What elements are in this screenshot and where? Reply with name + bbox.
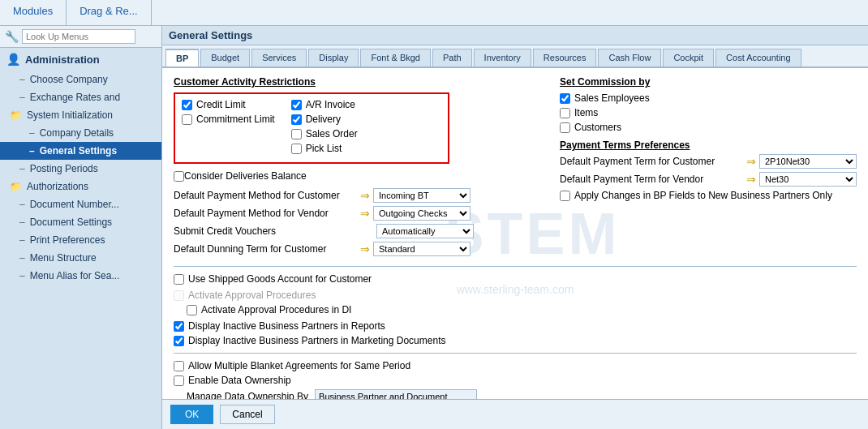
ar-invoice-checkbox[interactable] xyxy=(291,100,302,110)
approval-section: Activate Approval Procedures Activate Ap… xyxy=(174,290,857,315)
sidebar-item-menu-structure[interactable]: – Menu Structure xyxy=(0,249,161,267)
search-icon: 🔧 xyxy=(5,30,19,43)
activate-approval-row: Activate Approval Procedures xyxy=(174,290,857,301)
arrow-icon-3: ⇒ xyxy=(360,242,370,255)
display-inactive-reports-checkbox[interactable] xyxy=(174,321,184,332)
display-checks: Display Inactive Business Partners in Re… xyxy=(174,320,857,346)
sidebar-item-authorizations[interactable]: 📁 Authorizations xyxy=(0,178,161,195)
tab-font-bkgd[interactable]: Font & Bkgd xyxy=(360,49,431,66)
sidebar-item-posting-periods[interactable]: – Posting Periods xyxy=(0,160,161,178)
arrow-icon-pt1: ⇒ xyxy=(746,173,756,186)
shipped-goods-checkbox[interactable] xyxy=(174,274,184,285)
tab-bp[interactable]: BP xyxy=(165,49,199,66)
sidebar-item-document-settings[interactable]: – Document Settings xyxy=(0,213,161,231)
content-title: General Settings xyxy=(162,26,868,45)
tab-services[interactable]: Services xyxy=(251,49,307,66)
admin-icon: 👤 xyxy=(6,53,20,66)
dash-icon: – xyxy=(29,127,35,139)
dunning-term-select[interactable]: Standard xyxy=(373,242,471,256)
commitment-limit-checkbox[interactable] xyxy=(182,114,192,125)
default-term-customer-label: Default Payment Term for Customer xyxy=(560,156,746,167)
dunning-term-label: Default Dunning Term for Customer xyxy=(174,243,360,255)
items-checkbox[interactable] xyxy=(560,108,570,118)
tab-budget[interactable]: Budget xyxy=(200,49,250,66)
submit-credit-vouchers-label: Submit Credit Vouchers xyxy=(174,225,360,237)
ok-button[interactable]: OK xyxy=(170,405,213,424)
set-commission-section: Set Commission by Sales Employees Items xyxy=(560,76,857,133)
enable-data-ownership-row: Enable Data Ownership xyxy=(174,375,857,386)
apply-changes-checkbox[interactable] xyxy=(560,191,570,201)
manage-data-label: Manage Data Ownership By xyxy=(187,391,308,399)
customer-activity-title: Customer Activity Restrictions xyxy=(174,76,544,88)
submit-credit-vouchers-select[interactable]: Automatically xyxy=(376,224,474,238)
sales-order-checkbox[interactable] xyxy=(291,129,302,139)
shipped-goods-label: Use Shipped Goods Account for Customer xyxy=(188,273,372,285)
sidebar-item-system-init[interactable]: 📁 System Initialization xyxy=(0,106,161,124)
commitment-limit-label: Commitment Limit xyxy=(196,114,275,125)
display-inactive-marketing-checkbox[interactable] xyxy=(174,336,184,346)
tab-cockpit[interactable]: Cockpit xyxy=(663,49,714,66)
standalone-checks: Use Shipped Goods Account for Customer xyxy=(174,273,857,285)
tab-display[interactable]: Display xyxy=(308,49,359,66)
restrictions-box: Credit Limit Commitment Limit xyxy=(174,92,449,164)
manage-data-value[interactable] xyxy=(315,389,477,399)
tab-path[interactable]: Path xyxy=(432,49,472,66)
tab-resources[interactable]: Resources xyxy=(533,49,597,66)
delivery-checkbox[interactable] xyxy=(291,114,302,125)
shipped-goods-row: Use Shipped Goods Account for Customer xyxy=(174,273,857,285)
activate-approval-label: Activate Approval Procedures xyxy=(188,290,316,301)
top-bar: Modules Drag & Re... xyxy=(0,0,868,26)
modules-tab[interactable]: Modules xyxy=(0,0,67,25)
tab-inventory[interactable]: Inventory xyxy=(474,49,531,66)
display-inactive-marketing-label: Display Inactive Business Partners in Ma… xyxy=(188,335,445,346)
sidebar-item-exchange-rates[interactable]: – Exchange Rates and xyxy=(0,88,161,106)
sidebar-label: Menu Alias for Sea... xyxy=(30,270,120,281)
sidebar-item-general-settings[interactable]: – General Settings xyxy=(0,142,161,160)
administration-header[interactable]: 👤 Administration xyxy=(0,48,161,71)
sidebar-item-print-preferences[interactable]: – Print Preferences xyxy=(0,231,161,249)
payment-method-customer-select[interactable]: Incoming BT xyxy=(373,188,471,203)
enable-data-ownership-checkbox[interactable] xyxy=(174,375,184,386)
sidebar-item-menu-alias[interactable]: – Menu Alias for Sea... xyxy=(0,267,161,285)
items-row: Items xyxy=(560,107,857,118)
activate-approval-di-checkbox[interactable] xyxy=(187,305,197,315)
default-term-customer-select[interactable]: 2P10Net30 xyxy=(759,154,857,169)
restrictions-col2: A/R Invoice Delivery Sales Order xyxy=(291,99,358,157)
activate-approval-checkbox[interactable] xyxy=(174,290,184,301)
sidebar-search-area: 🔧 xyxy=(0,26,161,48)
dunning-term-row: Default Dunning Term for Customer ⇒ Stan… xyxy=(174,242,544,256)
sidebar-item-document-number[interactable]: – Document Number... xyxy=(0,195,161,213)
customers-checkbox[interactable] xyxy=(560,122,570,133)
arrow-icon-0: ⇒ xyxy=(360,189,370,202)
drag-tab[interactable]: Drag & Re... xyxy=(67,0,152,25)
sidebar-label: Exchange Rates and xyxy=(30,92,120,103)
credit-limit-checkbox[interactable] xyxy=(182,100,192,110)
delivery-label: Delivery xyxy=(306,114,341,125)
default-term-vendor-select[interactable]: Net30 xyxy=(759,172,857,187)
consider-deliveries-label: Consider Deliveries Balance xyxy=(184,170,307,182)
sidebar-label: Choose Company xyxy=(30,74,108,85)
sales-employees-checkbox[interactable] xyxy=(560,93,570,104)
tab-cost-accounting[interactable]: Cost Accounting xyxy=(715,49,801,66)
ar-invoice-row: A/R Invoice xyxy=(291,99,358,110)
tab-bar: BP Budget Services Display Font & Bkgd P… xyxy=(162,45,868,68)
search-input[interactable] xyxy=(22,29,135,44)
blanket-agreements-row: Allow Multiple Blanket Agreements for Sa… xyxy=(174,360,857,371)
consider-deliveries-checkbox[interactable] xyxy=(174,171,184,182)
apply-changes-row: Apply Changes in BP Fields to New Busine… xyxy=(560,190,857,201)
arrow-icon-1: ⇒ xyxy=(360,207,370,220)
cancel-button[interactable]: Cancel xyxy=(220,405,274,424)
default-term-vendor-row: Default Payment Term for Vendor ⇒ Net30 xyxy=(560,172,857,187)
content-panel: General Settings BP Budget Services Disp… xyxy=(162,26,868,429)
form-content: STEM www.sterling-team.com Customer Acti… xyxy=(162,68,868,399)
sidebar-item-company-details[interactable]: – Company Details xyxy=(0,124,161,142)
folder-icon: 📁 xyxy=(10,109,22,121)
tab-cash-flow[interactable]: Cash Flow xyxy=(598,49,661,66)
delivery-row: Delivery xyxy=(291,114,358,125)
payment-method-vendor-select[interactable]: Outgoing Checks xyxy=(373,206,471,221)
blanket-agreements-checkbox[interactable] xyxy=(174,361,184,371)
sidebar-item-choose-company[interactable]: – Choose Company xyxy=(0,71,161,88)
pick-list-checkbox[interactable] xyxy=(291,144,302,154)
sidebar-label: Authorizations xyxy=(27,181,88,192)
administration-label: Administration xyxy=(25,54,100,66)
